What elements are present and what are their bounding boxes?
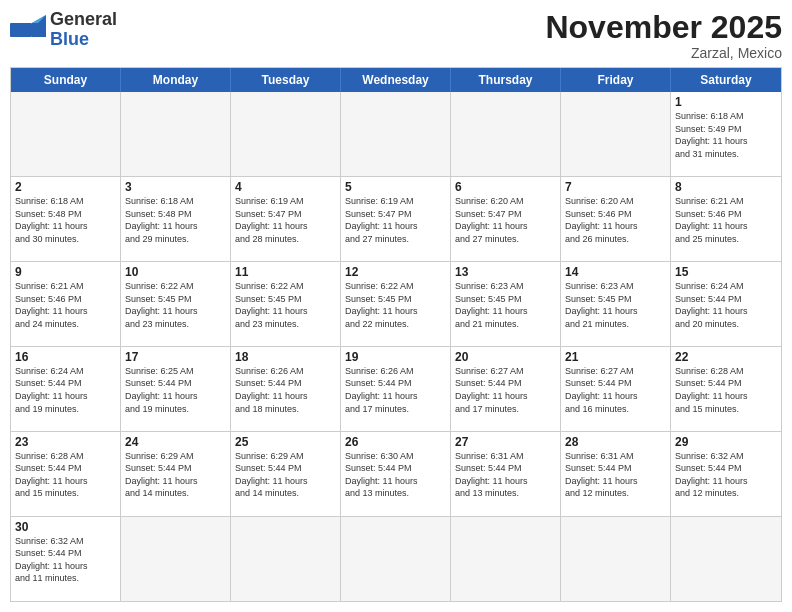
- day-info: Sunrise: 6:26 AM Sunset: 5:44 PM Dayligh…: [345, 365, 446, 415]
- day-info: Sunrise: 6:22 AM Sunset: 5:45 PM Dayligh…: [125, 280, 226, 330]
- day-cell-empty: [121, 517, 231, 602]
- day-cell-empty: [231, 92, 341, 177]
- svg-rect-0: [10, 23, 32, 37]
- day-cell-empty: [11, 92, 121, 177]
- day-cell-6: 6Sunrise: 6:20 AM Sunset: 5:47 PM Daylig…: [451, 177, 561, 262]
- day-number: 21: [565, 350, 666, 364]
- day-info: Sunrise: 6:31 AM Sunset: 5:44 PM Dayligh…: [455, 450, 556, 500]
- day-info: Sunrise: 6:29 AM Sunset: 5:44 PM Dayligh…: [125, 450, 226, 500]
- day-cell-18: 18Sunrise: 6:26 AM Sunset: 5:44 PM Dayli…: [231, 347, 341, 432]
- svg-marker-1: [32, 15, 46, 37]
- day-cell-empty: [561, 92, 671, 177]
- day-info: Sunrise: 6:19 AM Sunset: 5:47 PM Dayligh…: [345, 195, 446, 245]
- day-info: Sunrise: 6:27 AM Sunset: 5:44 PM Dayligh…: [565, 365, 666, 415]
- day-number: 30: [15, 520, 116, 534]
- day-cell-8: 8Sunrise: 6:21 AM Sunset: 5:46 PM Daylig…: [671, 177, 781, 262]
- day-header-saturday: Saturday: [671, 68, 781, 92]
- day-info: Sunrise: 6:28 AM Sunset: 5:44 PM Dayligh…: [675, 365, 777, 415]
- day-info: Sunrise: 6:21 AM Sunset: 5:46 PM Dayligh…: [675, 195, 777, 245]
- day-cell-2: 2Sunrise: 6:18 AM Sunset: 5:48 PM Daylig…: [11, 177, 121, 262]
- day-info: Sunrise: 6:32 AM Sunset: 5:44 PM Dayligh…: [675, 450, 777, 500]
- day-number: 2: [15, 180, 116, 194]
- day-cell-empty: [231, 517, 341, 602]
- day-info: Sunrise: 6:27 AM Sunset: 5:44 PM Dayligh…: [455, 365, 556, 415]
- day-info: Sunrise: 6:29 AM Sunset: 5:44 PM Dayligh…: [235, 450, 336, 500]
- day-cell-1: 1Sunrise: 6:18 AM Sunset: 5:49 PM Daylig…: [671, 92, 781, 177]
- day-cell-30: 30Sunrise: 6:32 AM Sunset: 5:44 PM Dayli…: [11, 517, 121, 602]
- day-cell-empty: [671, 517, 781, 602]
- day-cell-3: 3Sunrise: 6:18 AM Sunset: 5:48 PM Daylig…: [121, 177, 231, 262]
- day-cell-empty: [561, 517, 671, 602]
- day-cell-25: 25Sunrise: 6:29 AM Sunset: 5:44 PM Dayli…: [231, 432, 341, 517]
- day-number: 12: [345, 265, 446, 279]
- day-cell-empty: [451, 517, 561, 602]
- logo-general: General: [50, 9, 117, 29]
- day-cell-10: 10Sunrise: 6:22 AM Sunset: 5:45 PM Dayli…: [121, 262, 231, 347]
- day-info: Sunrise: 6:23 AM Sunset: 5:45 PM Dayligh…: [565, 280, 666, 330]
- day-cell-29: 29Sunrise: 6:32 AM Sunset: 5:44 PM Dayli…: [671, 432, 781, 517]
- day-cell-17: 17Sunrise: 6:25 AM Sunset: 5:44 PM Dayli…: [121, 347, 231, 432]
- day-cell-9: 9Sunrise: 6:21 AM Sunset: 5:46 PM Daylig…: [11, 262, 121, 347]
- day-number: 13: [455, 265, 556, 279]
- day-number: 25: [235, 435, 336, 449]
- day-number: 11: [235, 265, 336, 279]
- day-number: 18: [235, 350, 336, 364]
- day-number: 3: [125, 180, 226, 194]
- day-info: Sunrise: 6:26 AM Sunset: 5:44 PM Dayligh…: [235, 365, 336, 415]
- day-number: 16: [15, 350, 116, 364]
- location: Zarzal, Mexico: [545, 45, 782, 61]
- day-cell-23: 23Sunrise: 6:28 AM Sunset: 5:44 PM Dayli…: [11, 432, 121, 517]
- day-headers: SundayMondayTuesdayWednesdayThursdayFrid…: [11, 68, 781, 92]
- day-number: 1: [675, 95, 777, 109]
- day-number: 29: [675, 435, 777, 449]
- day-cell-12: 12Sunrise: 6:22 AM Sunset: 5:45 PM Dayli…: [341, 262, 451, 347]
- day-number: 27: [455, 435, 556, 449]
- day-number: 17: [125, 350, 226, 364]
- day-cell-22: 22Sunrise: 6:28 AM Sunset: 5:44 PM Dayli…: [671, 347, 781, 432]
- day-info: Sunrise: 6:22 AM Sunset: 5:45 PM Dayligh…: [235, 280, 336, 330]
- generalblue-logo-icon: [10, 15, 46, 45]
- day-cell-21: 21Sunrise: 6:27 AM Sunset: 5:44 PM Dayli…: [561, 347, 671, 432]
- day-cell-empty: [341, 92, 451, 177]
- title-section: November 2025 Zarzal, Mexico: [545, 10, 782, 61]
- day-info: Sunrise: 6:24 AM Sunset: 5:44 PM Dayligh…: [675, 280, 777, 330]
- day-number: 28: [565, 435, 666, 449]
- day-header-wednesday: Wednesday: [341, 68, 451, 92]
- day-info: Sunrise: 6:22 AM Sunset: 5:45 PM Dayligh…: [345, 280, 446, 330]
- day-number: 19: [345, 350, 446, 364]
- day-info: Sunrise: 6:32 AM Sunset: 5:44 PM Dayligh…: [15, 535, 116, 585]
- day-info: Sunrise: 6:24 AM Sunset: 5:44 PM Dayligh…: [15, 365, 116, 415]
- day-header-monday: Monday: [121, 68, 231, 92]
- day-number: 5: [345, 180, 446, 194]
- day-cell-15: 15Sunrise: 6:24 AM Sunset: 5:44 PM Dayli…: [671, 262, 781, 347]
- day-number: 23: [15, 435, 116, 449]
- day-cell-empty: [451, 92, 561, 177]
- day-info: Sunrise: 6:20 AM Sunset: 5:46 PM Dayligh…: [565, 195, 666, 245]
- day-cell-5: 5Sunrise: 6:19 AM Sunset: 5:47 PM Daylig…: [341, 177, 451, 262]
- day-header-friday: Friday: [561, 68, 671, 92]
- day-info: Sunrise: 6:18 AM Sunset: 5:49 PM Dayligh…: [675, 110, 777, 160]
- day-info: Sunrise: 6:31 AM Sunset: 5:44 PM Dayligh…: [565, 450, 666, 500]
- day-header-tuesday: Tuesday: [231, 68, 341, 92]
- day-number: 15: [675, 265, 777, 279]
- day-cell-4: 4Sunrise: 6:19 AM Sunset: 5:47 PM Daylig…: [231, 177, 341, 262]
- day-info: Sunrise: 6:18 AM Sunset: 5:48 PM Dayligh…: [125, 195, 226, 245]
- day-number: 8: [675, 180, 777, 194]
- day-cell-24: 24Sunrise: 6:29 AM Sunset: 5:44 PM Dayli…: [121, 432, 231, 517]
- day-number: 9: [15, 265, 116, 279]
- day-info: Sunrise: 6:23 AM Sunset: 5:45 PM Dayligh…: [455, 280, 556, 330]
- day-cell-7: 7Sunrise: 6:20 AM Sunset: 5:46 PM Daylig…: [561, 177, 671, 262]
- day-number: 6: [455, 180, 556, 194]
- day-cell-26: 26Sunrise: 6:30 AM Sunset: 5:44 PM Dayli…: [341, 432, 451, 517]
- day-number: 24: [125, 435, 226, 449]
- day-info: Sunrise: 6:25 AM Sunset: 5:44 PM Dayligh…: [125, 365, 226, 415]
- day-cell-28: 28Sunrise: 6:31 AM Sunset: 5:44 PM Dayli…: [561, 432, 671, 517]
- day-number: 4: [235, 180, 336, 194]
- logo: GeneralBlue: [10, 10, 117, 50]
- day-info: Sunrise: 6:21 AM Sunset: 5:46 PM Dayligh…: [15, 280, 116, 330]
- day-number: 22: [675, 350, 777, 364]
- day-cell-14: 14Sunrise: 6:23 AM Sunset: 5:45 PM Dayli…: [561, 262, 671, 347]
- day-number: 14: [565, 265, 666, 279]
- month-title: November 2025: [545, 10, 782, 45]
- day-cell-11: 11Sunrise: 6:22 AM Sunset: 5:45 PM Dayli…: [231, 262, 341, 347]
